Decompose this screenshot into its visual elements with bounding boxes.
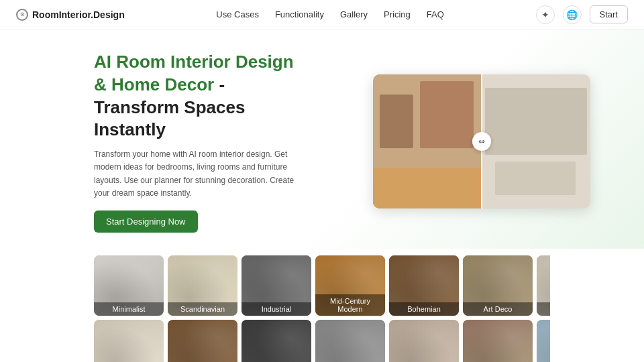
gallery-item-farmhouse[interactable]: Farmhouse — [94, 320, 164, 362]
gallery-item-industrial[interactable]: Industrial — [241, 255, 311, 316]
nav-pricing[interactable]: Pricing — [384, 9, 411, 19]
gallery-item-label: Minimalist — [94, 302, 164, 316]
gallery-row-1: MinimalistScandinavianIndustrialMid-Cent… — [94, 255, 550, 316]
gallery-item-traditional[interactable]: Traditional — [168, 320, 237, 362]
nav-faq[interactable]: FAQ — [427, 9, 444, 19]
sun-icon[interactable]: ✦ — [536, 5, 555, 24]
gallery-item-image — [94, 320, 164, 362]
hero-section: AI Room Interior Design & Home Decor - T… — [0, 29, 644, 249]
gallery-item-label: Industrial — [241, 302, 311, 316]
gallery-row-2: FarmhouseTraditionalModernTransitionalSh… — [94, 320, 550, 362]
gallery-section: MinimalistScandinavianIndustrialMid-Cent… — [0, 249, 644, 362]
gallery-item-image — [168, 320, 237, 362]
gallery-item-shabbychic[interactable]: Shabby Chic — [389, 320, 459, 362]
gallery-item-modern[interactable]: Modern — [241, 320, 311, 362]
gallery-item-label: Art Deco — [463, 302, 533, 316]
nav-links: Use Cases Functionality Gallery Pricing … — [216, 9, 444, 19]
nav-logo[interactable]: ⊙ RoomInterior.Design — [16, 9, 125, 21]
hero-title-green: AI Room Interior Design & Home Decor — [94, 52, 294, 95]
logo-icon: ⊙ — [16, 9, 28, 21]
comparison-handle[interactable]: ⇔ — [472, 132, 491, 151]
gallery-item-minimalist[interactable]: Minimalist — [94, 255, 164, 316]
gallery-item-label: Art C… — [537, 302, 550, 316]
gallery-item-scandinavian[interactable]: Scandinavian — [168, 255, 237, 316]
gallery-item-japanesezen[interactable]: Japanese Zen — [463, 320, 533, 362]
hero-title: AI Room Interior Design & Home Decor - T… — [94, 51, 295, 141]
gallery-item-image — [537, 320, 550, 362]
gallery-item-transitional[interactable]: Transitional — [315, 320, 385, 362]
hero-text: AI Room Interior Design & Home Decor - T… — [94, 51, 295, 233]
gallery-item-label: Bohemian — [389, 302, 459, 316]
hero-cta-button[interactable]: Start Designing Now — [94, 210, 198, 233]
gallery-item-image — [315, 320, 385, 362]
gallery-item-artc[interactable]: Art C… — [537, 255, 550, 316]
hero-image-comparison: ⇔ — [373, 74, 590, 208]
hero-subtitle: Transform your home with AI room interio… — [94, 148, 295, 200]
gallery-item-artdeco[interactable]: Art Deco — [463, 255, 533, 316]
gallery-item-bohemian[interactable]: Bohemian — [389, 255, 459, 316]
logo-text: RoomInterior.Design — [32, 9, 125, 20]
gallery-item-image — [463, 320, 533, 362]
nav-gallery[interactable]: Gallery — [340, 9, 368, 19]
gallery-item-image — [241, 320, 311, 362]
hero-after-image — [482, 74, 590, 208]
gallery-item-midcenturymodern[interactable]: Mid-Century Modern — [315, 255, 385, 316]
gallery-item-label: Mid-Century Modern — [315, 294, 385, 316]
gallery-item-label: Scandinavian — [168, 302, 237, 316]
navbar: ⊙ RoomInterior.Design Use Cases Function… — [0, 0, 644, 29]
hero-before-image — [373, 74, 482, 208]
globe-icon[interactable]: 🌐 — [563, 5, 582, 24]
nav-actions: ✦ 🌐 Start — [536, 5, 628, 24]
gallery-item-co[interactable]: Co… — [537, 320, 550, 362]
nav-use-cases[interactable]: Use Cases — [216, 9, 259, 19]
nav-functionality[interactable]: Functionality — [275, 9, 324, 19]
gallery-item-image — [389, 320, 459, 362]
start-button[interactable]: Start — [590, 5, 628, 23]
